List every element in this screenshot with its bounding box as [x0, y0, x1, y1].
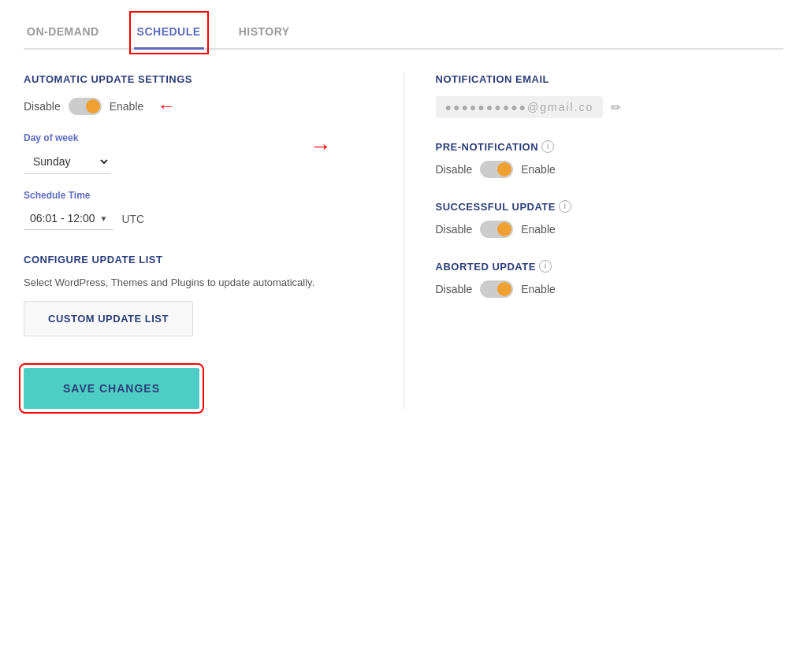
schedule-time-field: 06:01 - 12:00 ▼ UTC — [24, 207, 372, 230]
aborted-update-info-icon: i — [539, 260, 552, 273]
tab-on-demand[interactable]: ON-DEMAND — [24, 16, 102, 50]
toggle-knob — [86, 99, 100, 113]
pre-notification-title-row: → PRE-NOTIFICATION i — [436, 140, 784, 153]
successful-update-section: SUCCESSFUL UPDATE i Disable Enable — [436, 200, 784, 238]
successful-disable-label: Disable — [436, 223, 473, 236]
aborted-disable-label: Disable — [436, 283, 473, 295]
tab-schedule[interactable]: SCHEDULE — [134, 16, 204, 50]
pre-notif-disable-label: Disable — [436, 163, 473, 176]
tabs-container: ON-DEMAND SCHEDULE HISTORY — [24, 16, 783, 50]
aborted-update-section: ABORTED UPDATE i Disable Enable — [436, 260, 784, 298]
auto-update-toggle-row: Disable Enable ← — [24, 96, 372, 117]
pre-notification-title: PRE-NOTIFICATION — [436, 141, 539, 153]
chevron-down-icon: ▼ — [100, 214, 108, 223]
configure-desc: Select WordPress, Themes and Plugins to … — [24, 277, 372, 288]
successful-update-title: SUCCESSFUL UPDATE — [436, 201, 556, 213]
configure-update-section: CONFIGURE UPDATE LIST Select WordPress, … — [24, 254, 372, 336]
utc-label: UTC — [121, 213, 144, 225]
arrow-annotation-icon: ← — [158, 96, 175, 117]
schedule-time-label: Schedule Time — [24, 190, 372, 201]
auto-update-title: AUTOMATIC UPDATE SETTINGS — [24, 73, 372, 85]
auto-update-toggle[interactable] — [69, 98, 102, 115]
pre-notif-arrow-icon: → — [310, 134, 332, 159]
save-changes-button[interactable]: SAVE CHANGES — [24, 368, 199, 409]
successful-update-info-icon: i — [559, 200, 571, 213]
pre-notification-info-icon: i — [541, 140, 554, 153]
pre-notification-toggle-row: Disable Enable — [436, 161, 784, 178]
pre-notification-toggle[interactable] — [480, 161, 513, 178]
successful-update-toggle-row: Disable Enable — [436, 221, 784, 238]
aborted-update-toggle[interactable] — [480, 280, 513, 298]
email-prefix: ●●●●●●●●●● — [445, 101, 528, 113]
email-blurred-value: ●●●●●●●●●●@gmail.co — [436, 96, 604, 118]
day-of-week-select[interactable]: Sunday Monday Tuesday Wednesday Thursday… — [24, 150, 110, 174]
aborted-update-toggle-row: Disable Enable — [436, 280, 784, 298]
edit-email-icon[interactable]: ✏ — [611, 100, 621, 115]
pre-notification-section: → PRE-NOTIFICATION i Disable Enable — [436, 140, 784, 178]
notification-email-section: NOTIFICATION EMAIL ●●●●●●●●●●@gmail.co ✏ — [436, 73, 784, 118]
custom-update-list-button[interactable]: CUSTOM UPDATE LIST — [24, 301, 193, 336]
save-button-wrapper: SAVE CHANGES — [24, 368, 372, 409]
pre-notif-enable-label: Enable — [521, 163, 556, 176]
aborted-update-title: ABORTED UPDATE — [436, 261, 536, 273]
email-suffix: @gmail.co — [527, 101, 593, 113]
auto-update-disable-label: Disable — [24, 100, 61, 113]
notification-email-title: NOTIFICATION EMAIL — [436, 73, 784, 85]
schedule-time-section: Schedule Time 06:01 - 12:00 ▼ UTC — [24, 190, 372, 230]
time-text: 06:01 - 12:00 — [30, 212, 95, 225]
successful-update-toggle[interactable] — [480, 221, 513, 238]
aborted-update-title-row: ABORTED UPDATE i — [436, 260, 784, 273]
successful-enable-label: Enable — [521, 223, 556, 236]
right-column: NOTIFICATION EMAIL ●●●●●●●●●●@gmail.co ✏… — [404, 73, 784, 409]
left-column: AUTOMATIC UPDATE SETTINGS Disable Enable… — [24, 73, 404, 409]
successful-update-title-row: SUCCESSFUL UPDATE i — [436, 200, 784, 213]
time-value-display[interactable]: 06:01 - 12:00 ▼ — [24, 207, 113, 230]
main-layout: AUTOMATIC UPDATE SETTINGS Disable Enable… — [24, 73, 783, 409]
auto-update-enable-label: Enable — [110, 100, 144, 113]
configure-title: CONFIGURE UPDATE LIST — [24, 254, 372, 265]
aborted-enable-label: Enable — [521, 283, 556, 295]
tab-history[interactable]: HISTORY — [236, 16, 293, 50]
email-row: ●●●●●●●●●●@gmail.co ✏ — [436, 96, 784, 118]
